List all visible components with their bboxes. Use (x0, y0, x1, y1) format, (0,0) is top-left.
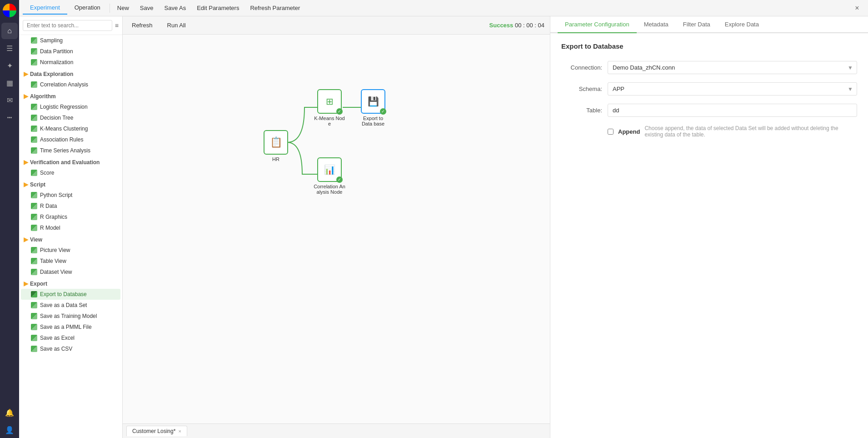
message-icon[interactable]: ✉ (1, 92, 18, 108)
correlation-node-icon: 📊 (324, 164, 335, 175)
folder-icon-algorithm: ▶ (24, 93, 28, 100)
sidebar-menu-icon[interactable]: ≡ (115, 22, 119, 29)
sidebar-item-data-partition[interactable]: Data Partition (21, 46, 120, 57)
r-data-icon (31, 203, 37, 209)
tab-filter-data[interactable]: Filter Data (676, 16, 718, 33)
tab-metadata[interactable]: Metadata (637, 16, 676, 33)
kmeans-check-icon: ✓ (336, 108, 343, 115)
workspace-canvas[interactable]: 📋 HR ⊞ ✓ K-Means Nod e 💾 ✓ (123, 35, 550, 423)
left-nav: ⌂ ☰ ✦ ▦ ✉ ••• 🔔 👤 (0, 0, 19, 438)
folder-icon-verification: ▶ (24, 159, 28, 166)
node-correlation[interactable]: 📊 ✓ Correlation An alysis Node (314, 157, 345, 195)
user-icon[interactable]: 👤 (1, 422, 18, 438)
new-button[interactable]: New (112, 2, 135, 14)
connection-dropdown[interactable]: Demo Data_zhCN.conn ▼ (608, 61, 857, 74)
node-export[interactable]: 💾 ✓ Export to Data base (357, 89, 389, 126)
group-export[interactable]: ▶ Export (19, 277, 122, 289)
search-input[interactable] (23, 20, 112, 31)
group-algorithm[interactable]: ▶ Algorithm (19, 90, 122, 101)
body-area: ≡ Sampling Data Partition Normalization (19, 16, 868, 438)
sidebar-item-picture-view[interactable]: Picture View (21, 245, 120, 256)
node-hr-box: 📋 (264, 130, 288, 155)
sidebar-item-normalization[interactable]: Normalization (21, 57, 120, 68)
schema-dropdown[interactable]: APP ▼ (608, 82, 857, 96)
main-content: Experiment Operation New Save Save As Ed… (19, 0, 868, 438)
edit-parameters-button[interactable]: Edit Parameters (191, 2, 244, 14)
table-label: Table: (561, 107, 602, 114)
picture-view-icon (31, 247, 37, 253)
sidebar-item-export-to-database[interactable]: Export to Database (21, 289, 120, 300)
tab-close-icon[interactable]: × (178, 428, 181, 434)
sidebar-item-association-rules[interactable]: Association Rules (21, 134, 120, 145)
sidebar-item-save-csv[interactable]: Save as CSV (21, 343, 120, 354)
node-kmeans[interactable]: ⊞ ✓ K-Means Nod e (314, 89, 345, 126)
save-csv-icon (31, 346, 37, 352)
group-verification[interactable]: ▶ Verification and Evaluation (19, 156, 122, 167)
sidebar-item-python-script[interactable]: Python Script (21, 190, 120, 201)
folder-icon-script: ▶ (24, 181, 28, 188)
chart-icon[interactable]: ▦ (1, 75, 18, 91)
sidebar-item-table-view[interactable]: Table View (21, 256, 120, 267)
table-input[interactable] (608, 104, 857, 117)
sidebar-item-kmeans-clustering[interactable]: K-Means Clustering (21, 123, 120, 134)
connection-label: Connection: (561, 64, 602, 71)
menu-bar: Experiment Operation New Save Save As Ed… (19, 0, 868, 16)
hr-icon: 📋 (270, 136, 282, 148)
tab-parameter-configuration[interactable]: Parameter Configuration (558, 16, 637, 33)
workspace: Refresh Run All Success 00 : 00 : 04 (123, 16, 550, 438)
export-node-icon: 💾 (368, 96, 379, 107)
sidebar-item-decision-tree[interactable]: Decision Tree (21, 112, 120, 123)
export-db-icon (31, 291, 37, 297)
puzzle-icon[interactable]: ✦ (1, 57, 18, 74)
tab-operation[interactable]: Operation (67, 1, 108, 15)
schema-value: APP (613, 86, 624, 92)
more-icon[interactable]: ••• (1, 109, 18, 126)
form-row-append: Append Choose append, the data of select… (561, 125, 857, 138)
refresh-button[interactable]: Refresh (128, 20, 156, 30)
form-row-table: Table: (561, 104, 857, 117)
table-view-icon (31, 258, 37, 264)
sidebar-item-logistic-regression[interactable]: Logistic Regression (21, 101, 120, 112)
sidebar-item-r-graphics[interactable]: R Graphics (21, 211, 120, 222)
logistic-regression-icon (31, 104, 37, 110)
group-data-exploration[interactable]: ▶ Data Exploration (19, 68, 122, 79)
normalization-icon (31, 59, 37, 65)
kmeans-icon (31, 126, 37, 132)
save-training-icon (31, 313, 37, 319)
sidebar-item-time-series[interactable]: Time Series Analysis (21, 145, 120, 156)
append-label: Append (618, 128, 640, 135)
refresh-parameter-button[interactable]: Refresh Parameter (244, 2, 305, 14)
sidebar-item-r-model[interactable]: R Model (21, 222, 120, 233)
bell-icon[interactable]: 🔔 (1, 404, 18, 421)
node-export-box: 💾 ✓ (361, 89, 385, 114)
sidebar-item-sampling[interactable]: Sampling (21, 35, 120, 46)
save-as-button[interactable]: Save As (159, 2, 192, 14)
node-export-label: Export to Data base (357, 116, 389, 126)
workspace-tab-customer-losing[interactable]: Customer Losing* × (126, 426, 187, 436)
sidebar-item-score[interactable]: Score (21, 167, 120, 178)
sidebar-item-save-excel[interactable]: Save as Excel (21, 332, 120, 343)
folder-icon: ▶ (24, 70, 28, 77)
save-button[interactable]: Save (135, 2, 159, 14)
tab-explore-data[interactable]: Explore Data (718, 16, 766, 33)
group-view[interactable]: ▶ View (19, 233, 122, 245)
tab-experiment[interactable]: Experiment (23, 1, 67, 15)
group-script[interactable]: ▶ Script (19, 178, 122, 190)
sidebar-item-save-pmml[interactable]: Save as a PMML File (21, 322, 120, 332)
sidebar-list: Sampling Data Partition Normalization ▶ … (19, 35, 122, 438)
save-excel-icon (31, 335, 37, 341)
append-checkbox[interactable] (608, 129, 614, 135)
sidebar-item-save-training-model[interactable]: Save as Training Model (21, 311, 120, 322)
run-all-button[interactable]: Run All (164, 20, 190, 30)
score-icon (31, 170, 37, 176)
sidebar-item-dataset-view[interactable]: Dataset View (21, 267, 120, 277)
sidebar-item-save-as-dataset[interactable]: Save as a Data Set (21, 300, 120, 311)
list-icon[interactable]: ☰ (1, 40, 18, 56)
close-button[interactable]: × (850, 1, 864, 15)
home-icon[interactable]: ⌂ (1, 23, 18, 39)
time-series-icon (31, 147, 37, 154)
node-hr[interactable]: 📋 HR (264, 130, 288, 162)
sidebar-item-correlation-analysis[interactable]: Correlation Analysis (21, 79, 120, 90)
r-model-icon (31, 225, 37, 231)
sidebar-item-r-data[interactable]: R Data (21, 201, 120, 211)
